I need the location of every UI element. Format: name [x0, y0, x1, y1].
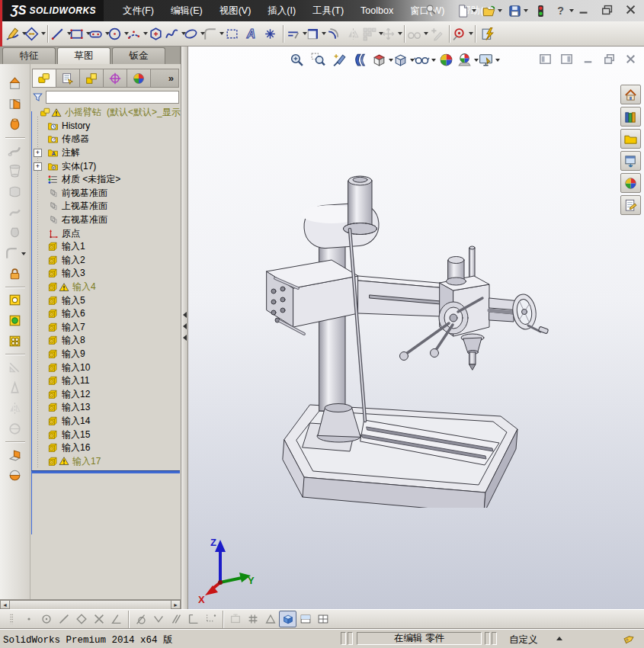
sketch-button[interactable] — [6, 24, 25, 44]
hide-show-button[interactable] — [415, 50, 434, 69]
extruded-cut-button[interactable] — [5, 94, 26, 114]
point-button[interactable] — [261, 24, 280, 44]
tree-item[interactable]: 输入10 — [30, 361, 181, 374]
dropdown-caret-icon[interactable] — [41, 32, 46, 35]
doc-restore-button[interactable] — [602, 52, 617, 69]
quick-snaps-button[interactable] — [453, 24, 472, 44]
menu-item[interactable]: 工具(T) — [304, 2, 352, 21]
graphics-viewport[interactable]: Z Y X — [188, 47, 644, 609]
panel-splitter[interactable] — [181, 47, 188, 609]
tab-草图[interactable]: 草图 — [57, 47, 111, 64]
menu-item[interactable]: 视图(V) — [211, 2, 260, 21]
win-close-button[interactable] — [624, 3, 638, 19]
expander-icon[interactable]: + — [34, 162, 42, 171]
tree-item[interactable]: 输入12 — [30, 387, 181, 401]
convert-entities-button[interactable] — [306, 24, 325, 44]
custom-dropdown-arrow[interactable] — [556, 637, 562, 640]
edit-appearance-button[interactable] — [437, 50, 456, 69]
zoom-fit-button[interactable] — [287, 50, 306, 69]
property-mgr-tab[interactable] — [56, 69, 80, 87]
dropdown-caret-icon[interactable] — [498, 9, 502, 12]
sheet-metal-base-button[interactable] — [5, 444, 26, 465]
tree-item[interactable]: 传感器 — [30, 133, 181, 146]
doc-close-button[interactable] — [623, 52, 638, 69]
snap-point-button[interactable] — [20, 611, 37, 627]
tree-item[interactable]: 输入4 — [30, 281, 181, 294]
dropdown-caret-icon[interactable] — [469, 32, 473, 35]
apply-scene-button[interactable] — [458, 50, 477, 69]
tree-item[interactable]: 小摇臂钻(默认<默认>_显示 — [30, 106, 181, 120]
ellipse-button[interactable] — [184, 24, 203, 44]
dimxpert-tab[interactable] — [104, 69, 127, 87]
tree-item[interactable]: 输入2 — [30, 254, 181, 268]
snap-grid-points-button[interactable] — [202, 611, 219, 627]
tree-item[interactable]: 输入11 — [30, 374, 181, 388]
tab-特征[interactable]: 特征 — [2, 47, 56, 64]
smart-dimension-button[interactable] — [25, 24, 44, 44]
status-custom-label[interactable]: 自定义 — [509, 634, 538, 646]
panel-hscrollbar[interactable]: ◄ ► — [0, 599, 181, 610]
line-button[interactable] — [51, 24, 70, 44]
snap-perpendicular-button[interactable] — [184, 611, 202, 627]
dropdown-caret-icon[interactable] — [472, 9, 476, 12]
fm-tree-tab[interactable] — [33, 69, 56, 87]
trim-entities-button[interactable] — [287, 24, 306, 44]
grid-display-button[interactable] — [244, 611, 261, 627]
menu-item[interactable]: 文件(F) — [114, 2, 162, 21]
design-library-button[interactable] — [620, 107, 641, 127]
previous-view-button[interactable] — [330, 50, 349, 69]
selection-box-button[interactable] — [223, 24, 242, 44]
dropdown-caret-icon[interactable] — [524, 9, 528, 12]
view-two-button[interactable] — [296, 611, 314, 627]
tree-item[interactable]: +实体(17) — [30, 159, 181, 173]
view-single-button[interactable] — [279, 611, 296, 627]
corner-rectangle-button[interactable] — [70, 24, 89, 44]
zoom-area-button[interactable] — [309, 50, 328, 69]
tree-item[interactable]: 输入1 — [30, 240, 181, 254]
tree-item[interactable]: 输入16 — [30, 441, 181, 455]
spline-button[interactable] — [165, 24, 184, 44]
snap-nearest-button[interactable] — [149, 611, 167, 627]
tree-item[interactable]: 原点 — [30, 226, 181, 240]
config-mgr-tab[interactable] — [80, 69, 104, 87]
section-view-button[interactable] — [351, 50, 370, 69]
view-settings-button[interactable] — [479, 50, 498, 69]
snap-parallel-button[interactable] — [167, 611, 184, 627]
custom-properties-button[interactable] — [620, 195, 641, 215]
tab-钣金[interactable]: 钣金 — [112, 47, 165, 64]
tree-item[interactable]: 输入3 — [30, 267, 181, 281]
view-orientation-button[interactable] — [373, 50, 392, 69]
tree-item[interactable]: 输入17 — [30, 454, 181, 468]
tree-item[interactable]: 输入6 — [30, 307, 181, 321]
pane-left-button[interactable] — [538, 52, 553, 69]
tree-item[interactable]: 材质 <未指定> — [30, 173, 181, 187]
expander-icon[interactable]: + — [34, 149, 42, 157]
shell-button[interactable] — [5, 264, 26, 284]
revolved-boss-button[interactable] — [5, 114, 26, 135]
tree-item[interactable]: 输入8 — [30, 334, 181, 348]
three-point-arc-button[interactable] — [127, 24, 146, 44]
offset-entities-button[interactable] — [325, 24, 344, 44]
collapse-arrows-icon[interactable] — [183, 312, 187, 341]
help-button[interactable]: ? — [552, 3, 575, 19]
tree-item[interactable]: 输入9 — [30, 348, 181, 361]
tree-item[interactable]: +A注解 — [30, 146, 181, 160]
traffic-light-button[interactable] — [532, 3, 549, 19]
scroll-right-icon[interactable]: ► — [171, 600, 181, 609]
text-button[interactable]: A — [242, 24, 261, 44]
tree-item[interactable]: 上视基准面 — [30, 200, 181, 213]
win-min-button[interactable] — [577, 3, 591, 19]
menu-item[interactable]: 插入(I) — [259, 2, 304, 21]
tree-item[interactable]: 输入5 — [30, 294, 181, 307]
menu-item[interactable]: 编辑(E) — [162, 2, 211, 21]
display-mgr-tab[interactable] — [127, 69, 151, 87]
extruded-boss-button[interactable] — [5, 73, 26, 94]
sheet-metal-fold-button[interactable] — [5, 465, 26, 486]
win-max-button[interactable] — [601, 3, 614, 19]
tree-filter-input[interactable] — [46, 91, 179, 104]
dropdown-caret-icon[interactable] — [431, 59, 436, 62]
snap-intersection-button[interactable] — [90, 611, 107, 627]
hole-wizard-button[interactable] — [5, 290, 26, 310]
tree-item[interactable]: 输入15 — [30, 428, 181, 441]
drag-handle[interactable] — [2, 611, 20, 627]
